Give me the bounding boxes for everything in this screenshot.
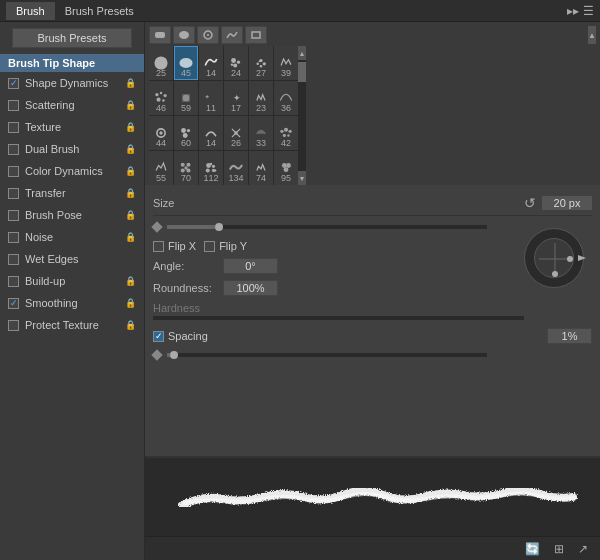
panel-item-color-dynamics[interactable]: Color Dynamics 🔒 bbox=[0, 160, 144, 182]
checkbox-transfer[interactable] bbox=[8, 188, 19, 199]
checkbox-noise[interactable] bbox=[8, 232, 19, 243]
scroll-thumb[interactable] bbox=[298, 62, 306, 82]
roundness-input[interactable] bbox=[223, 280, 278, 296]
panel-item-buildup[interactable]: Build-up 🔒 bbox=[0, 270, 144, 292]
brush-cell-11[interactable]: 36 bbox=[274, 81, 298, 115]
lock-buildup: 🔒 bbox=[125, 276, 136, 286]
size-slider-row bbox=[153, 220, 592, 234]
svg-point-48 bbox=[214, 169, 216, 171]
svg-point-33 bbox=[280, 130, 283, 133]
brush-cell-1[interactable]: 45 bbox=[174, 46, 198, 80]
lock-shape-dynamics: 🔒 bbox=[125, 78, 136, 88]
tab-forward-icon[interactable]: ▸▸ bbox=[567, 4, 579, 18]
panel-item-scattering[interactable]: Scattering 🔒 bbox=[0, 94, 144, 116]
brush-cell-6[interactable]: 46 bbox=[149, 81, 173, 115]
panel-item-noise[interactable]: Noise 🔒 bbox=[0, 226, 144, 248]
checkbox-dual-brush[interactable] bbox=[8, 144, 19, 155]
panel-item-smoothing[interactable]: Smoothing 🔒 bbox=[0, 292, 144, 314]
checkbox-scattering[interactable] bbox=[8, 100, 19, 111]
brush-cell-17[interactable]: 42 bbox=[274, 116, 298, 150]
brush-cell-4[interactable]: 27 bbox=[249, 46, 273, 80]
spacing-check[interactable]: ✓ Spacing bbox=[153, 330, 547, 342]
panel-item-brush-pose[interactable]: Brush Pose 🔒 bbox=[0, 204, 144, 226]
checkbox-protect-texture[interactable] bbox=[8, 320, 19, 331]
svg-point-26 bbox=[159, 131, 162, 134]
svg-point-8 bbox=[237, 61, 240, 64]
size-slider-thumb[interactable] bbox=[215, 223, 223, 231]
angle-input[interactable] bbox=[223, 258, 278, 274]
hardness-bar[interactable] bbox=[153, 316, 524, 320]
brush-tip-shape-header[interactable]: Brush Tip Shape bbox=[0, 54, 144, 72]
size-slider-track[interactable] bbox=[167, 225, 487, 229]
brush-presets-button[interactable]: Brush Presets bbox=[12, 28, 132, 48]
spacing-slider-min-icon[interactable] bbox=[151, 349, 162, 360]
brush-cell-2[interactable]: 14 bbox=[199, 46, 223, 80]
svg-point-47 bbox=[210, 163, 212, 165]
brush-cell-7[interactable]: 59 bbox=[174, 81, 198, 115]
size-input[interactable] bbox=[542, 196, 592, 210]
checkbox-shape-dynamics[interactable] bbox=[8, 78, 19, 89]
main-layout: Brush Presets Brush Tip Shape Shape Dyna… bbox=[0, 22, 600, 560]
checkbox-brush-pose[interactable] bbox=[8, 210, 19, 221]
svg-point-54 bbox=[567, 256, 573, 262]
checkbox-buildup[interactable] bbox=[8, 276, 19, 287]
brush-cell-13[interactable]: 60 bbox=[174, 116, 198, 150]
brush-cell-22[interactable]: 74 bbox=[249, 151, 273, 185]
brush-cell-3[interactable]: 24 bbox=[224, 46, 248, 80]
brush-cell-16[interactable]: 33 bbox=[249, 116, 273, 150]
brush-cell-19[interactable]: 70 bbox=[174, 151, 198, 185]
flip-y-check[interactable]: Flip Y bbox=[204, 240, 247, 252]
flip-x-check[interactable]: Flip X bbox=[153, 240, 196, 252]
flip-y-checkbox[interactable] bbox=[204, 241, 215, 252]
toolbar-export-icon[interactable]: ↗ bbox=[574, 540, 592, 558]
flip-x-checkbox[interactable] bbox=[153, 241, 164, 252]
brush-cell-18[interactable]: 55 bbox=[149, 151, 173, 185]
brush-type-btn-0[interactable] bbox=[149, 26, 171, 44]
panel-item-wet-edges[interactable]: Wet Edges bbox=[0, 248, 144, 270]
scroll-up-btn[interactable]: ▲ bbox=[588, 26, 596, 44]
brush-cell-14[interactable]: 14 bbox=[199, 116, 223, 150]
brush-cell-8[interactable]: *11 bbox=[199, 81, 223, 115]
brush-cell-num-6: 46 bbox=[150, 103, 172, 113]
brush-cell-23[interactable]: 95 bbox=[274, 151, 298, 185]
grid-scrollbar[interactable]: ▲ ▼ bbox=[298, 46, 306, 185]
toolbar-grid-icon[interactable]: ⊞ bbox=[550, 540, 568, 558]
brush-cell-10[interactable]: 23 bbox=[249, 81, 273, 115]
size-reset-icon[interactable]: ↺ bbox=[524, 195, 536, 211]
checkbox-color-dynamics[interactable] bbox=[8, 166, 19, 177]
brush-type-btn-3[interactable] bbox=[221, 26, 243, 44]
svg-point-32 bbox=[234, 131, 237, 134]
checkbox-texture[interactable] bbox=[8, 122, 19, 133]
tab-menu-icon[interactable]: ☰ bbox=[583, 4, 594, 18]
panel-item-texture[interactable]: Texture 🔒 bbox=[0, 116, 144, 138]
lock-protect-texture: 🔒 bbox=[125, 320, 136, 330]
brush-cell-21[interactable]: 134 bbox=[224, 151, 248, 185]
brush-cell-9[interactable]: ✦17 bbox=[224, 81, 248, 115]
panel-item-transfer[interactable]: Transfer 🔒 bbox=[0, 182, 144, 204]
checkbox-wet-edges[interactable] bbox=[8, 254, 19, 265]
tab-brush-presets[interactable]: Brush Presets bbox=[55, 2, 144, 20]
panel-item-shape-dynamics[interactable]: Shape Dynamics 🔒 bbox=[0, 72, 144, 94]
brush-grid-scroll: 2545142427394659*11✦17233644601426334255… bbox=[149, 46, 596, 185]
spacing-checkbox[interactable]: ✓ bbox=[153, 331, 164, 342]
panel-item-dual-brush[interactable]: Dual Brush 🔒 bbox=[0, 138, 144, 160]
svg-point-17 bbox=[160, 92, 162, 94]
brush-cell-5[interactable]: 39 bbox=[274, 46, 298, 80]
checkbox-smoothing[interactable] bbox=[8, 298, 19, 309]
toolbar-recycle-icon[interactable]: 🔄 bbox=[521, 540, 544, 558]
brush-type-btn-2[interactable] bbox=[197, 26, 219, 44]
spacing-slider-thumb[interactable] bbox=[170, 351, 178, 359]
brush-cell-12[interactable]: 44 bbox=[149, 116, 173, 150]
brush-type-btn-4[interactable] bbox=[245, 26, 267, 44]
tab-brush[interactable]: Brush bbox=[6, 2, 55, 20]
brush-cell-20[interactable]: 112 bbox=[199, 151, 223, 185]
panel-item-protect-texture[interactable]: Protect Texture 🔒 bbox=[0, 314, 144, 336]
brush-cell-0[interactable]: 25 bbox=[149, 46, 173, 80]
brush-cell-15[interactable]: 26 bbox=[224, 116, 248, 150]
size-slider-min-icon[interactable] bbox=[151, 221, 162, 232]
brush-type-btn-1[interactable] bbox=[173, 26, 195, 44]
angle-wheel[interactable] bbox=[524, 228, 584, 288]
spacing-input[interactable] bbox=[547, 328, 592, 344]
spacing-label: Spacing bbox=[168, 330, 208, 342]
spacing-slider-track[interactable] bbox=[167, 353, 487, 357]
